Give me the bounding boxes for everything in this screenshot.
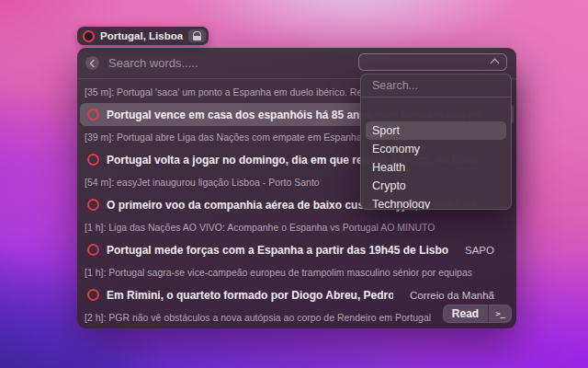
read-button[interactable]: Read	[443, 305, 488, 323]
record-ring-icon	[83, 30, 95, 42]
news-ring-icon	[87, 244, 99, 256]
location-tag-label: Portugal, Lisboa	[100, 30, 183, 41]
news-source-label: SAPO	[456, 245, 494, 256]
news-item[interactable]: Em Rimini, o quarteto formado por Diogo …	[80, 283, 514, 306]
dropdown-option-health[interactable]: Health	[366, 158, 506, 177]
chevron-up-icon	[491, 59, 500, 68]
dropdown-search-input[interactable]: Search...	[361, 75, 511, 98]
category-dropdown-panel: Search... SportEconomyHealthCryptoTechno…	[360, 74, 512, 210]
news-ring-icon	[87, 289, 99, 301]
category-select[interactable]	[358, 53, 507, 71]
news-item-text: Portugal mede forças com a Espanha a par…	[107, 244, 448, 257]
dropdown-option-list: SportEconomyHealthCryptoTechnology	[361, 121, 511, 210]
chevron-left-icon	[89, 59, 96, 66]
news-ring-icon	[87, 109, 99, 121]
news-source-label: Correio da Manhã	[401, 290, 494, 301]
dropdown-option-technology[interactable]: Technology	[366, 195, 506, 210]
news-ring-icon	[87, 199, 99, 211]
news-item-text: Em Rimini, o quarteto formado por Diogo …	[107, 289, 393, 302]
news-time-row: [1 h]: Portugal sagra-se vice-campeão eu…	[80, 261, 514, 283]
dropdown-option-sport[interactable]: Sport	[366, 121, 506, 140]
back-button[interactable]	[85, 56, 99, 70]
news-ring-icon	[87, 154, 99, 166]
terminal-button[interactable]: >_	[488, 305, 512, 323]
news-time-row: [1 h]: Liga das Nações AO VIVO: Acompanh…	[80, 216, 514, 238]
read-button-group: Read >_	[443, 305, 512, 323]
lock-button[interactable]	[188, 29, 206, 42]
search-input[interactable]: Search words.....	[108, 56, 198, 70]
dropdown-option-crypto[interactable]: Crypto	[366, 177, 506, 195]
dropdown-blank-option[interactable]	[361, 98, 511, 121]
dropdown-option-economy[interactable]: Economy	[366, 140, 506, 158]
news-item[interactable]: Portugal mede forças com a Espanha a par…	[80, 238, 514, 261]
location-tag[interactable]: Portugal, Lisboa	[77, 27, 209, 45]
